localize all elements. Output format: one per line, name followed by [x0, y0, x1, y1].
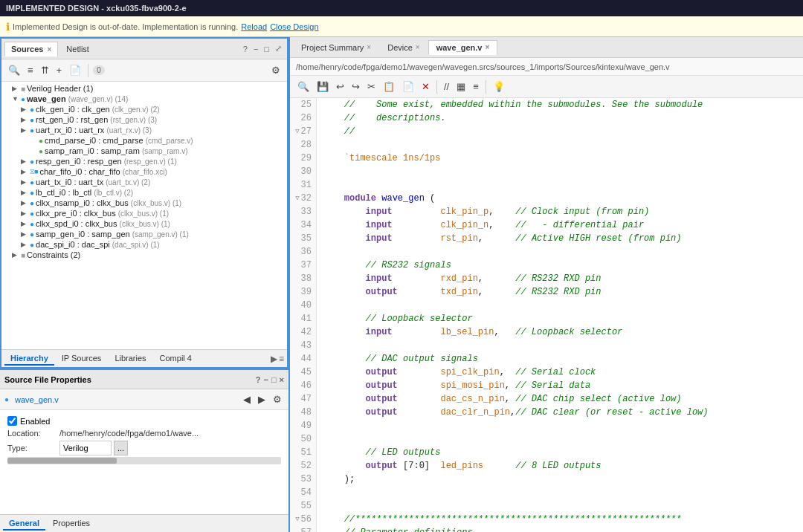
tree-item-clkx-nsamp[interactable]: ▶ ● clkx_nsamp_i0 : clkx_bus (clkx_bus.v…: [1, 198, 287, 208]
tree-item-icon: ●: [30, 210, 34, 218]
filter-button[interactable]: ≡: [25, 64, 36, 77]
tree-container[interactable]: ▶ ■ Verilog Header (1) ▼ ● wave_gen (wav…: [1, 82, 287, 349]
tree-arrow[interactable]: ▶: [21, 168, 30, 175]
scroll-thumb-h: [7, 458, 117, 464]
tree-item-rst-gen[interactable]: ▶ ● rst_gen_i0 : rst_gen (rst_gen.v) (3): [1, 114, 287, 125]
sfp-help[interactable]: ?: [256, 375, 261, 384]
tab-project-summary[interactable]: Project Summary ×: [293, 40, 379, 55]
close-design-link[interactable]: Close Design: [270, 22, 318, 31]
scroll-bar-h[interactable]: [7, 457, 281, 464]
sfp-gear[interactable]: ⚙: [271, 393, 284, 406]
tree-item-char-fifo[interactable]: ▶ ⧖■ char_fifo_i0 : char_fifo (char_fifo…: [1, 166, 287, 177]
sfp-minimize[interactable]: −: [263, 375, 268, 384]
tree-arrow[interactable]: ▶: [21, 158, 30, 165]
tree-arrow[interactable]: ▶: [21, 189, 30, 196]
tree-arrow[interactable]: ▶: [21, 199, 30, 207]
tree-arrow[interactable]: ▶: [21, 178, 30, 186]
ed-search[interactable]: 🔍: [294, 80, 312, 94]
collapse-button[interactable]: ⇈: [39, 64, 51, 77]
tab-close-device[interactable]: ×: [416, 43, 420, 51]
fold-arrow[interactable]: ▽: [295, 513, 299, 526]
file-path-text: /home/henry/code/fpga/demo1/wavegen/wave…: [296, 62, 670, 71]
tree-arrow[interactable]: ▶: [21, 106, 30, 113]
sfp-back[interactable]: ◀: [241, 393, 253, 406]
sources-tab-close[interactable]: ×: [47, 45, 51, 53]
tab-wave-gen-v[interactable]: wave_gen.v ×: [428, 40, 498, 55]
scroll-indicator[interactable]: [7, 457, 281, 464]
sfp-type-btn[interactable]: ...: [114, 441, 128, 455]
sfp-close[interactable]: ×: [280, 375, 284, 384]
tree-arrow[interactable]: ▼: [12, 95, 21, 103]
code-line: [323, 165, 797, 178]
gear-button[interactable]: ⚙: [269, 64, 283, 77]
ed-align[interactable]: ▦: [454, 80, 468, 94]
tree-item-uart-tx[interactable]: ▶ ● uart_tx_i0 : uart_tx (uart_tx.v) (2): [1, 177, 287, 187]
tab-device[interactable]: Device ×: [379, 40, 428, 55]
tree-item-lb-ctl[interactable]: ▶ ● lb_ctl_i0 : lb_ctl (lb_ctl.v) (2): [1, 187, 287, 198]
tab-close-wave-gen[interactable]: ×: [485, 43, 489, 51]
tree-item-uart-rx[interactable]: ▶ ● uart_rx_i0 : uart_rx (uart_rx.v) (3): [1, 125, 287, 135]
tree-item-wave-gen[interactable]: ▼ ● wave_gen (wave_gen.v) (14): [1, 94, 287, 104]
ed-save[interactable]: 💾: [314, 80, 332, 94]
tab-libraries[interactable]: Libraries: [109, 352, 152, 366]
code-editor[interactable]: 25 26 ▽27 28 29 30 31 ▽32 33 34 35 36 37…: [290, 98, 803, 532]
tree-arrow[interactable]: ▶: [21, 116, 30, 123]
tree-arrow[interactable]: ▶: [12, 251, 21, 259]
ed-cut[interactable]: ✂: [364, 80, 378, 94]
tree-arrow[interactable]: ▶: [21, 220, 30, 227]
code-line: [323, 339, 797, 352]
code-line: //**************************************…: [323, 513, 797, 526]
tab-menu-icon[interactable]: ≡: [279, 354, 284, 364]
tree-item-clkx-pre[interactable]: ▶ ● clkx_pre_i0 : clkx_bus (clkx_bus.v) …: [1, 208, 287, 218]
file-path-bar: /home/henry/code/fpga/demo1/wavegen/wave…: [290, 58, 803, 76]
add-button[interactable]: +: [54, 64, 65, 77]
tab-close-project-summary[interactable]: ×: [367, 43, 371, 51]
reload-link[interactable]: Reload: [241, 22, 267, 31]
float-icon[interactable]: ⤢: [273, 43, 284, 54]
ed-copy[interactable]: 📋: [380, 80, 398, 94]
sfp-maximize[interactable]: □: [271, 375, 277, 384]
tree-item-samp-ram[interactable]: ● samp_ram_i0 : samp_ram (samp_ram.v): [1, 146, 287, 156]
tree-arrow[interactable]: ▶: [12, 85, 21, 92]
ed-paste[interactable]: 📄: [399, 80, 417, 94]
tab-hierarchy[interactable]: Hierarchy: [4, 352, 54, 366]
tree-arrow[interactable]: ▶: [21, 241, 30, 248]
tab-ip-sources[interactable]: IP Sources: [56, 352, 108, 366]
fold-arrow[interactable]: ▽: [295, 125, 299, 138]
sfp-type-input[interactable]: [59, 441, 112, 455]
tree-item-dac-spi[interactable]: ▶ ● dac_spi_i0 : dac_spi (dac_spi.v) (1): [1, 239, 287, 250]
tree-item-cmd-parse[interactable]: ● cmd_parse_i0 : cmd_parse (cmd_parse.v): [1, 135, 287, 146]
file-button[interactable]: 📄: [67, 64, 83, 77]
sfp-toolbar: ● wave_gen.v ◀ ▶ ⚙: [0, 389, 288, 410]
tree-item-clkx-spd[interactable]: ▶ ● clkx_spd_i0 : clkx_bus (clkx_bus.v) …: [1, 218, 287, 229]
ed-indent[interactable]: ≡: [470, 80, 482, 94]
tree-item-clk-gen[interactable]: ▶ ● clk_gen_i0 : clk_gen (clk_gen.v) (2): [1, 104, 287, 114]
tree-item-verilog-header[interactable]: ▶ ■ Verilog Header (1): [1, 83, 287, 94]
tree-arrow[interactable]: ▶: [21, 126, 30, 134]
maximize-icon[interactable]: □: [262, 44, 271, 54]
tree-item-samp-gen[interactable]: ▶ ● samp_gen_i0 : samp_gen (samp_gen.v) …: [1, 229, 287, 239]
tree-item-resp-gen[interactable]: ▶ ● resp_gen_i0 : resp_gen (resp_gen.v) …: [1, 156, 287, 166]
tab-sources[interactable]: Sources ×: [4, 42, 58, 56]
sfp-tab-properties[interactable]: Properties: [47, 517, 96, 531]
tree-arrow[interactable]: ▶: [21, 210, 30, 217]
code-content[interactable]: // Some exist, embedded within the submo…: [317, 98, 803, 532]
tab-netlist[interactable]: Netlist: [59, 42, 96, 56]
tree-item-constraints[interactable]: ▶ ■ Constraints (2): [1, 250, 287, 260]
tree-arrow[interactable]: ▶: [21, 230, 30, 238]
help-icon[interactable]: ?: [241, 44, 250, 54]
ed-delete[interactable]: ✕: [419, 80, 433, 94]
fold-arrow[interactable]: ▽: [295, 192, 299, 205]
sfp-enabled-checkbox[interactable]: [7, 416, 17, 426]
tree-item-icon: ●: [30, 199, 34, 207]
ed-undo[interactable]: ↩: [333, 80, 347, 94]
sfp-tab-general[interactable]: General: [3, 517, 45, 531]
tab-compil[interactable]: Compil 4: [154, 352, 198, 366]
tab-arrow[interactable]: ▶: [271, 354, 277, 364]
ed-comment[interactable]: //: [441, 80, 452, 94]
minimize-icon[interactable]: −: [251, 44, 260, 54]
sfp-forward[interactable]: ▶: [256, 393, 268, 406]
ed-assist[interactable]: 💡: [490, 80, 508, 94]
search-button[interactable]: 🔍: [6, 64, 22, 77]
ed-redo[interactable]: ↪: [349, 80, 363, 94]
